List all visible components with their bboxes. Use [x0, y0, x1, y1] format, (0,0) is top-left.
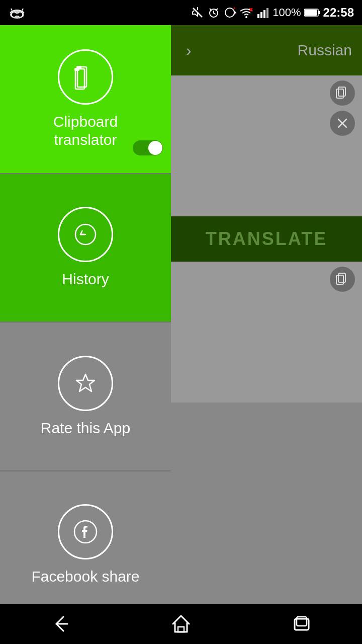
chevron-right-icon[interactable]: ›: [186, 41, 192, 60]
output-area: [171, 262, 362, 403]
recents-button[interactable]: [282, 609, 322, 639]
back-icon: [49, 613, 71, 635]
bottom-nav: [0, 604, 362, 644]
right-content: › Russian TRANSLATE: [171, 25, 362, 619]
history-icon-circle: [58, 207, 113, 262]
sync-icon: [223, 6, 236, 19]
close-icon: [335, 116, 349, 130]
target-language[interactable]: Russian: [298, 42, 352, 59]
left-menu: Clipboardtranslator History: [0, 25, 171, 619]
facebook-label: Facebook share: [31, 568, 139, 586]
svg-rect-12: [260, 12, 262, 18]
history-icon: [71, 220, 100, 249]
history-label: History: [62, 270, 109, 288]
svg-rect-26: [336, 89, 343, 98]
mute-icon: [191, 6, 204, 19]
history-item[interactable]: History: [0, 174, 171, 322]
svg-point-2: [18, 12, 23, 17]
svg-rect-14: [266, 8, 268, 18]
battery-percent: 100%: [273, 6, 301, 19]
wifi-icon: [239, 6, 253, 19]
clipboard-toggle[interactable]: [133, 140, 163, 155]
svg-rect-25: [338, 87, 345, 96]
battery-icon: [304, 8, 320, 17]
translate-button[interactable]: TRANSLATE: [171, 216, 362, 262]
rate-app-label: Rate this App: [41, 419, 130, 437]
svg-rect-13: [263, 10, 265, 18]
input-area[interactable]: [171, 75, 362, 216]
facebook-item[interactable]: Facebook share: [0, 471, 171, 619]
svg-rect-21: [74, 68, 79, 71]
clipboard-translator-item[interactable]: Clipboardtranslator: [0, 25, 171, 173]
clipboard-translator-label: Clipboardtranslator: [53, 113, 118, 149]
svg-point-1: [12, 12, 17, 17]
time-display: 22:58: [323, 6, 354, 20]
toggle-knob: [148, 141, 162, 155]
svg-point-8: [245, 16, 247, 18]
clipboard-icon: [71, 63, 100, 91]
facebook-icon: [71, 518, 100, 546]
star-icon: [71, 369, 100, 397]
svg-rect-19: [75, 69, 84, 89]
status-bar: 100% 22:58: [0, 0, 362, 25]
status-left: [8, 4, 26, 22]
home-icon: [170, 613, 192, 635]
svg-rect-16: [305, 10, 317, 16]
rate-icon-circle: [58, 356, 113, 411]
back-button[interactable]: [40, 609, 80, 639]
clipboard-icon-circle: [58, 49, 113, 105]
facebook-icon-circle: [58, 504, 113, 559]
main-container: Clipboardtranslator History: [0, 25, 362, 619]
spy-icon: [8, 4, 26, 22]
clear-input-button[interactable]: [330, 111, 355, 136]
recents-icon: [291, 613, 313, 635]
copy-output-button[interactable]: [330, 267, 355, 292]
copy-input-button[interactable]: [330, 80, 355, 106]
svg-rect-11: [257, 14, 259, 18]
svg-rect-17: [318, 11, 320, 14]
copy-output-icon: [335, 272, 349, 286]
svg-marker-23: [76, 374, 95, 391]
svg-rect-3: [16, 14, 18, 16]
copy-icon: [335, 86, 349, 100]
right-topbar: › Russian: [171, 25, 362, 75]
svg-marker-6: [234, 11, 236, 15]
status-right: 100% 22:58: [191, 6, 354, 20]
translate-button-label: TRANSLATE: [206, 228, 327, 250]
rate-app-item[interactable]: Rate this App: [0, 323, 171, 470]
alarm-icon: [207, 6, 220, 19]
svg-rect-30: [336, 275, 343, 284]
signal-icon: [256, 6, 269, 19]
svg-rect-29: [338, 273, 345, 282]
home-button[interactable]: [161, 609, 201, 639]
